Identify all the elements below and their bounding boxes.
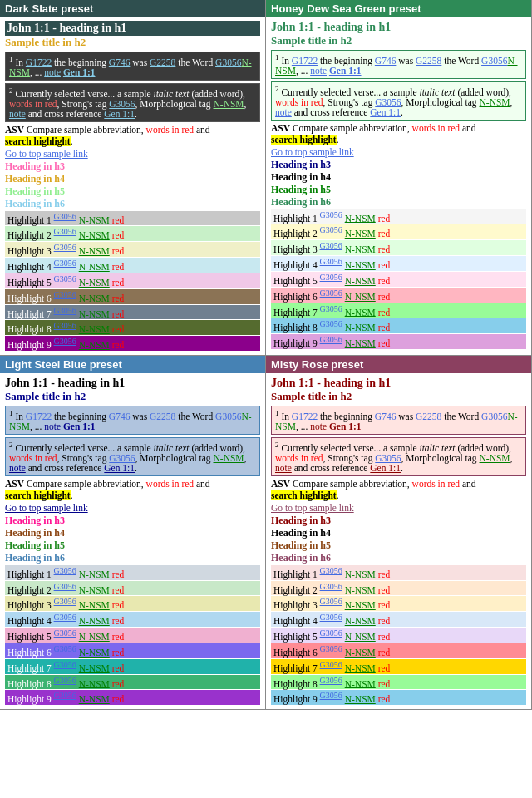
highlight-morph-1[interactable]: N-NSM bbox=[79, 214, 110, 224]
highlight-strongs-2[interactable]: G3056 bbox=[54, 227, 76, 236]
strongs-link-g1722[interactable]: G1722 bbox=[26, 411, 52, 421]
morph-tag-link[interactable]: N-NSM bbox=[214, 99, 244, 109]
strongs-link-g2258[interactable]: G2258 bbox=[150, 57, 175, 67]
highlight-strongs-8[interactable]: G3056 bbox=[320, 319, 342, 328]
highlight-morph-6[interactable]: N-NSM bbox=[79, 293, 110, 303]
highlight-morph-4[interactable]: N-NSM bbox=[345, 616, 376, 626]
highlight-strongs-7[interactable]: G3056 bbox=[320, 304, 342, 313]
highlight-morph-8[interactable]: N-NSM bbox=[79, 324, 110, 334]
gen-ref-link[interactable]: Gen 1:1 bbox=[63, 421, 96, 431]
gen-ref-link[interactable]: Gen 1:1 bbox=[329, 66, 362, 76]
strongs-link-g3056[interactable]: G3056 bbox=[481, 56, 507, 66]
highlight-morph-5[interactable]: N-NSM bbox=[79, 632, 110, 642]
strongs-link-g1722[interactable]: G1722 bbox=[26, 57, 52, 67]
highlight-morph-3[interactable]: N-NSM bbox=[345, 244, 376, 254]
morph-tag-link[interactable]: N-NSM bbox=[480, 453, 510, 463]
strongs-link-g2258[interactable]: G2258 bbox=[150, 411, 175, 421]
highlight-strongs-6[interactable]: G3056 bbox=[54, 290, 76, 299]
highlight-morph-6[interactable]: N-NSM bbox=[345, 292, 376, 302]
goto-top-link[interactable]: Go to top sample link bbox=[5, 148, 260, 160]
gen2-ref-link[interactable]: Gen 1:1 bbox=[370, 107, 401, 117]
highlight-strongs-1[interactable]: G3056 bbox=[54, 566, 76, 575]
highlight-strongs-5[interactable]: G3056 bbox=[320, 628, 342, 638]
highlight-morph-7[interactable]: N-NSM bbox=[79, 663, 110, 673]
gen2-ref-link[interactable]: Gen 1:1 bbox=[104, 109, 135, 119]
highlight-strongs-9[interactable]: G3056 bbox=[54, 691, 76, 700]
highlight-strongs-3[interactable]: G3056 bbox=[54, 243, 76, 252]
highlight-morph-2[interactable]: N-NSM bbox=[79, 230, 110, 240]
highlight-morph-9[interactable]: N-NSM bbox=[345, 694, 376, 704]
morph-tag-link[interactable]: N-NSM bbox=[214, 453, 244, 463]
highlight-strongs-4[interactable]: G3056 bbox=[320, 613, 342, 622]
highlight-strongs-2[interactable]: G3056 bbox=[320, 582, 342, 591]
highlight-strongs-2[interactable]: G3056 bbox=[320, 225, 342, 234]
highlight-strongs-9[interactable]: G3056 bbox=[320, 335, 342, 344]
strongs-link-g3056[interactable]: G3056 bbox=[215, 57, 241, 67]
highlight-morph-7[interactable]: N-NSM bbox=[79, 308, 110, 318]
highlight-morph-4[interactable]: N-NSM bbox=[345, 260, 376, 270]
highlight-morph-9[interactable]: N-NSM bbox=[79, 340, 110, 350]
strongs-link-g3056[interactable]: G3056 bbox=[481, 411, 507, 421]
highlight-strongs-7[interactable]: G3056 bbox=[320, 660, 342, 669]
highlight-morph-3[interactable]: N-NSM bbox=[79, 246, 110, 256]
strongs-tag-link[interactable]: G3056 bbox=[375, 453, 401, 463]
gen-ref-link[interactable]: Gen 1:1 bbox=[329, 421, 362, 431]
strongs-link-g3056[interactable]: G3056 bbox=[215, 411, 241, 421]
note-link[interactable]: note bbox=[44, 421, 61, 431]
highlight-strongs-6[interactable]: G3056 bbox=[320, 644, 342, 653]
highlight-morph-2[interactable]: N-NSM bbox=[79, 584, 110, 594]
note2-link[interactable]: note bbox=[9, 463, 26, 473]
highlight-morph-8[interactable]: N-NSM bbox=[345, 323, 376, 332]
strongs-tag-link[interactable]: G3056 bbox=[109, 99, 135, 109]
strongs-link-g2258[interactable]: G2258 bbox=[416, 411, 441, 421]
highlight-morph-8[interactable]: N-NSM bbox=[79, 678, 110, 688]
gen-ref-link[interactable]: Gen 1:1 bbox=[63, 67, 96, 77]
strongs-link-g746[interactable]: G746 bbox=[109, 411, 131, 421]
highlight-strongs-5[interactable]: G3056 bbox=[320, 273, 342, 282]
highlight-morph-5[interactable]: N-NSM bbox=[79, 278, 110, 288]
highlight-strongs-6[interactable]: G3056 bbox=[320, 288, 342, 298]
strongs-link-g746[interactable]: G746 bbox=[375, 411, 397, 421]
strongs-link-g746[interactable]: G746 bbox=[375, 56, 397, 66]
strongs-link-g1722[interactable]: G1722 bbox=[292, 411, 318, 421]
highlight-strongs-4[interactable]: G3056 bbox=[320, 257, 342, 266]
highlight-morph-6[interactable]: N-NSM bbox=[345, 648, 376, 658]
highlight-strongs-7[interactable]: G3056 bbox=[54, 660, 76, 669]
highlight-strongs-4[interactable]: G3056 bbox=[54, 613, 76, 622]
highlight-strongs-9[interactable]: G3056 bbox=[320, 691, 342, 700]
gen2-ref-link[interactable]: Gen 1:1 bbox=[370, 463, 401, 473]
highlight-strongs-6[interactable]: G3056 bbox=[54, 644, 76, 653]
highlight-strongs-5[interactable]: G3056 bbox=[54, 274, 76, 283]
highlight-strongs-8[interactable]: G3056 bbox=[320, 676, 342, 685]
highlight-morph-7[interactable]: N-NSM bbox=[345, 663, 376, 673]
note2-link[interactable]: note bbox=[275, 463, 292, 473]
highlight-morph-9[interactable]: N-NSM bbox=[79, 694, 110, 704]
highlight-morph-1[interactable]: N-NSM bbox=[345, 213, 376, 223]
note2-link[interactable]: note bbox=[275, 107, 292, 117]
highlight-morph-3[interactable]: N-NSM bbox=[345, 600, 376, 610]
note2-link[interactable]: note bbox=[9, 109, 26, 119]
highlight-morph-1[interactable]: N-NSM bbox=[345, 569, 376, 579]
highlight-strongs-4[interactable]: G3056 bbox=[54, 259, 76, 268]
highlight-strongs-1[interactable]: G3056 bbox=[54, 212, 76, 221]
highlight-morph-7[interactable]: N-NSM bbox=[345, 307, 376, 317]
strongs-tag-link[interactable]: G3056 bbox=[109, 453, 135, 463]
strongs-link-g1722[interactable]: G1722 bbox=[292, 56, 318, 66]
highlight-morph-3[interactable]: N-NSM bbox=[79, 600, 110, 610]
goto-top-link[interactable]: Go to top sample link bbox=[271, 146, 526, 159]
highlight-strongs-5[interactable]: G3056 bbox=[54, 628, 76, 638]
highlight-strongs-1[interactable]: G3056 bbox=[320, 210, 342, 219]
highlight-strongs-3[interactable]: G3056 bbox=[54, 597, 76, 606]
note-link[interactable]: note bbox=[44, 67, 61, 77]
highlight-strongs-3[interactable]: G3056 bbox=[320, 241, 342, 250]
highlight-strongs-7[interactable]: G3056 bbox=[54, 306, 76, 315]
highlight-morph-2[interactable]: N-NSM bbox=[345, 584, 376, 594]
strongs-link-g2258[interactable]: G2258 bbox=[416, 56, 441, 66]
highlight-strongs-1[interactable]: G3056 bbox=[320, 566, 342, 575]
highlight-strongs-9[interactable]: G3056 bbox=[54, 337, 76, 346]
highlight-strongs-8[interactable]: G3056 bbox=[54, 676, 76, 685]
highlight-strongs-3[interactable]: G3056 bbox=[320, 597, 342, 606]
highlight-morph-8[interactable]: N-NSM bbox=[345, 678, 376, 688]
morph-tag-link[interactable]: N-NSM bbox=[480, 97, 510, 107]
highlight-morph-6[interactable]: N-NSM bbox=[79, 648, 110, 658]
